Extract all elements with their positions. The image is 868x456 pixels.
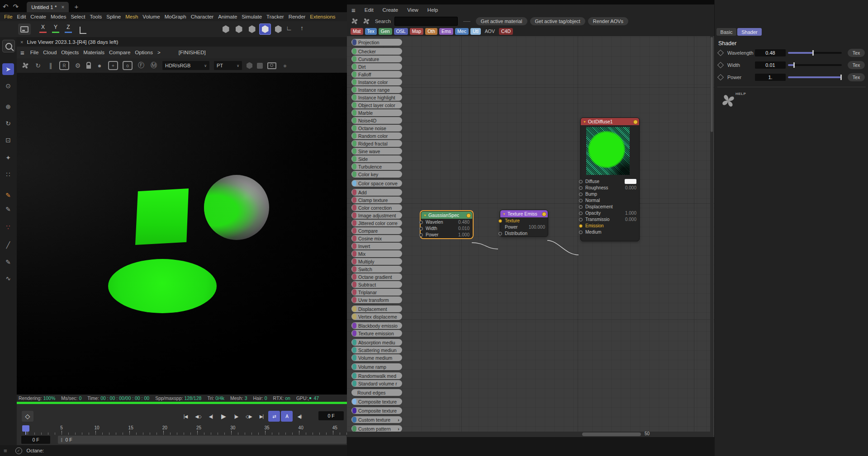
vertical-scrollbar[interactable] — [710, 36, 713, 437]
pick-region-icon[interactable]: o — [123, 61, 133, 70]
refresh-icon[interactable]: ↻ — [34, 62, 42, 69]
param-value-field[interactable]: 0.48 — [755, 49, 786, 56]
node-type-octane-noise[interactable]: Octane noise — [351, 125, 402, 132]
jump-end-button[interactable]: ▶| — [256, 411, 267, 422]
hex-dot-icon[interactable] — [220, 24, 232, 35]
node-type-round-edges[interactable]: Round edges — [351, 389, 402, 396]
camera-icon[interactable] — [267, 62, 276, 69]
menu-character[interactable]: Character — [189, 14, 216, 19]
get-active-tag-object-button[interactable]: Get active tag/object — [530, 17, 585, 25]
next-frame-button[interactable]: |▶ — [230, 411, 242, 422]
lv-menu-file[interactable]: File — [28, 50, 41, 55]
spline-tool[interactable]: ∿ — [2, 273, 14, 284]
input-port[interactable] — [579, 218, 583, 221]
collapse-triangle-icon[interactable]: ▼ — [583, 120, 586, 123]
filter-chip-gen[interactable]: Gen — [379, 28, 392, 35]
node-type-object-layer-color[interactable]: Object layer color — [351, 102, 402, 108]
menu-mesh[interactable]: Mesh — [123, 14, 140, 19]
hamburger-icon[interactable]: ≡ — [351, 6, 356, 14]
menu-extensions[interactable]: Extensions — [308, 14, 337, 19]
node-type-noise4d[interactable]: Noise4D — [351, 117, 402, 124]
settings-gear-icon[interactable]: ⚙ — [74, 62, 82, 69]
scale-tool[interactable]: ⊡ — [2, 134, 14, 146]
axis-lock-x[interactable]: X — [38, 24, 48, 35]
point-tool[interactable]: ∵ — [2, 221, 14, 233]
param-slider[interactable] — [788, 76, 842, 78]
node-type-displacement[interactable]: Displacement — [351, 306, 402, 312]
octane-material-icon[interactable] — [351, 17, 359, 25]
node-type-instance-color[interactable]: Instance color — [351, 79, 402, 85]
lift-icon[interactable]: ↑ — [300, 24, 304, 32]
node-type-octane-gradient[interactable]: Octane gradient — [351, 273, 402, 280]
param-slider[interactable] — [788, 64, 842, 66]
select-tool[interactable]: ➤ — [2, 63, 14, 75]
filter-chip-utl[interactable]: Utl — [470, 28, 481, 35]
input-port[interactable] — [419, 221, 423, 224]
get-active-material-button[interactable]: Get active material — [476, 17, 527, 25]
node-type-falloff[interactable]: Falloff — [351, 71, 402, 78]
timeline-ruler[interactable]: 051015202530354045 — [17, 425, 347, 435]
material-picker-icon[interactable]: Ⓜ — [150, 61, 158, 70]
menu-modes[interactable]: Modes — [48, 14, 69, 19]
filter-chip-osl[interactable]: OSL — [394, 28, 408, 35]
menu-create[interactable]: Create — [28, 14, 48, 19]
sound-button[interactable]: ◀) — [294, 411, 305, 422]
node-type-blackbody-emissio[interactable]: Blackbody emissio — [351, 322, 402, 329]
square-icon[interactable] — [257, 63, 263, 69]
filter-chip-map[interactable]: Map — [410, 28, 423, 35]
range-start-field[interactable]: 0 F — [21, 436, 50, 444]
hamburger-icon[interactable]: ≡ — [20, 49, 24, 56]
axis-lock-y[interactable]: Y — [51, 24, 61, 35]
node-type-projection[interactable]: Projection — [351, 39, 402, 46]
param-slider[interactable] — [788, 52, 842, 54]
tab-shader[interactable]: Shader — [737, 28, 762, 36]
axis-lock-z[interactable]: Z — [63, 24, 73, 35]
input-port[interactable] — [579, 212, 583, 215]
autokey-button[interactable]: A — [281, 411, 293, 422]
close-icon[interactable]: × — [20, 39, 23, 45]
ne-menu-create[interactable]: Create — [378, 7, 403, 13]
node-type-custom-pattern[interactable]: Custom pattern› — [351, 425, 402, 432]
ne-menu-edit[interactable]: Edit — [360, 7, 378, 13]
menu-animate[interactable]: Animate — [216, 14, 239, 19]
menu-tracker[interactable]: Tracker — [264, 14, 286, 19]
menu-render[interactable]: Render — [286, 14, 308, 19]
input-port[interactable] — [579, 186, 583, 190]
output-port[interactable] — [466, 213, 471, 218]
render-aovs-button[interactable]: Render AOVs — [588, 17, 628, 25]
menu-spline[interactable]: Spline — [104, 14, 123, 19]
current-frame-field[interactable]: 0 F — [318, 411, 344, 420]
close-tab-icon[interactable]: × — [61, 4, 64, 10]
node-type-clamp-texture[interactable]: Clamp texture — [351, 197, 402, 203]
ne-menu-help[interactable]: Help — [423, 7, 443, 13]
node-type-ridged-fractal[interactable]: Ridged fractal — [351, 140, 402, 147]
node-type-invert[interactable]: Invert — [351, 243, 402, 249]
menu-volume[interactable]: Volume — [140, 14, 162, 19]
param-value-field[interactable]: 1. — [755, 74, 786, 81]
node-type-composite-texture[interactable]: Composite texture — [351, 407, 402, 414]
filter-chip-ems[interactable]: Ems — [439, 28, 453, 35]
node-type-curvature[interactable]: Curvature — [351, 56, 402, 62]
octane-logo-icon[interactable] — [21, 61, 29, 70]
filter-chip-mat[interactable]: Mat — [351, 28, 363, 35]
node-type-randomwalk-med[interactable]: Randomwalk med — [351, 372, 402, 379]
node-type-color-correction[interactable]: Color correction — [351, 204, 402, 211]
input-port[interactable] — [579, 230, 583, 234]
prev-frame-button[interactable]: ◀| — [205, 411, 217, 422]
output-port[interactable] — [633, 120, 638, 124]
undo-icon[interactable]: ↶ — [3, 3, 9, 11]
kernel-dropdown[interactable]: PT ∨ — [214, 61, 242, 70]
node-type-side[interactable]: Side — [351, 155, 402, 162]
knife-tool[interactable]: ╱ — [2, 239, 14, 251]
lv-menu-options[interactable]: Options — [133, 50, 155, 55]
ne-menu-view[interactable]: View — [403, 7, 423, 13]
hex-half-icon[interactable] — [246, 24, 258, 35]
input-port[interactable] — [579, 180, 583, 183]
filter-chip-tex[interactable]: Tex — [365, 28, 377, 35]
material-ball-icon[interactable]: ● — [95, 62, 104, 69]
viewport-layout-button[interactable] — [18, 24, 31, 35]
node-type-marble[interactable]: Marble — [351, 109, 402, 116]
lv-menu-objects[interactable]: Objects — [59, 50, 81, 55]
node-texture-emission[interactable]: ▼ Texture Emiss TexturePower100.000Distr… — [500, 210, 548, 237]
node-type-volume-medium[interactable]: Volume medium — [351, 354, 402, 361]
